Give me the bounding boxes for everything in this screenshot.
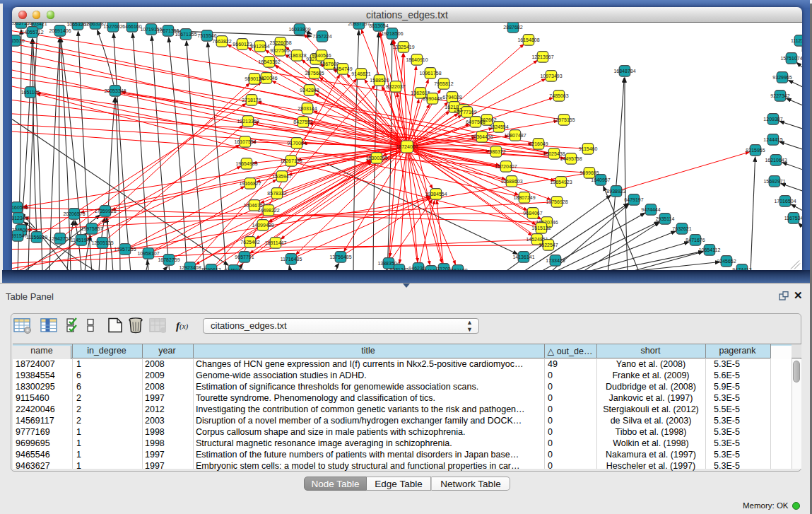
svg-text:6466160: 6466160 [122,23,141,28]
svg-text:19166827: 19166827 [239,180,261,185]
svg-text:10025438: 10025438 [543,151,565,156]
svg-text:19218506: 19218506 [381,30,403,35]
svg-text:16848784: 16848784 [613,68,635,73]
svg-text:10807487: 10807487 [504,132,526,137]
svg-text:10671355: 10671355 [175,31,196,36]
svg-text:7632621: 7632621 [672,226,691,230]
svg-text:10046758: 10046758 [243,202,265,207]
svg-text:9462188: 9462188 [448,267,467,270]
svg-text:9890124: 9890124 [245,76,264,81]
svg-text:1112345: 1112345 [791,37,802,42]
svg-text:20364436: 20364436 [471,134,493,139]
svg-text:14099488: 14099488 [252,222,273,227]
svg-text:8938923: 8938923 [606,188,625,193]
svg-text:12942757: 12942757 [49,235,71,240]
svg-text:11451944: 11451944 [71,237,93,242]
svg-text:7986372: 7986372 [486,148,505,153]
svg-text:19654985: 19654985 [235,160,257,165]
svg-text:9699695: 9699695 [579,170,599,175]
svg-text:19756928: 19756928 [546,199,567,204]
svg-text:7485063: 7485063 [549,93,568,98]
svg-text:23226058: 23226058 [269,40,291,45]
svg-text:1209387: 1209387 [763,116,782,121]
svg-text:6479197: 6479197 [624,197,643,201]
svg-text:8186328: 8186328 [287,52,306,57]
svg-text:7903421: 7903421 [28,23,47,26]
svg-text:8813054: 8813054 [369,23,388,28]
svg-text:8427552: 8427552 [293,119,312,124]
svg-text:14055712: 14055712 [21,29,43,34]
svg-text:7515546: 7515546 [197,33,216,37]
svg-text:9031245: 9031245 [389,267,408,270]
svg-text:9340546: 9340546 [312,52,331,57]
svg-text:19975857: 19975857 [81,226,102,230]
svg-text:2887682: 2887682 [503,24,522,29]
svg-text:10958107: 10958107 [137,250,159,255]
svg-text:1527602: 1527602 [103,23,122,28]
svg-text:10654112: 10654112 [699,247,721,252]
svg-text:19384554: 19384554 [425,191,447,196]
svg-text:8790612: 8790612 [201,267,220,270]
svg-text:20691406: 20691406 [49,28,71,33]
svg-text:10973493: 10973493 [540,73,562,78]
svg-text:16782759: 16782759 [158,257,180,262]
svg-text:1733426: 1733426 [546,257,565,262]
svg-text:20937197: 20937197 [348,23,370,26]
svg-text:15751074: 15751074 [780,55,802,60]
svg-text:2718176: 2718176 [242,97,261,102]
svg-text:12213967: 12213967 [531,54,553,59]
svg-text:9474444: 9474444 [641,206,660,211]
svg-text:14498222: 14498222 [257,207,279,212]
svg-text:1167534: 1167534 [784,215,802,220]
svg-text:8454749: 8454749 [333,66,352,71]
svg-text:20053346: 20053346 [104,88,126,93]
svg-text:13325419: 13325419 [392,44,414,49]
svg-text:9391547: 9391547 [12,233,28,238]
svg-text:12975155: 12975155 [553,117,575,122]
svg-text:9684067: 9684067 [523,210,542,215]
svg-text:8578332: 8578332 [267,190,286,195]
svg-text:8912954: 8912954 [250,43,269,48]
svg-text:16154808: 16154808 [517,37,539,42]
svg-text:2803144: 2803144 [298,105,317,110]
svg-text:14136141: 14136141 [512,254,534,259]
svg-text:3824554: 3824554 [489,124,508,129]
svg-text:8990448: 8990448 [423,95,442,100]
svg-text:9146821: 9146821 [351,71,370,76]
svg-text:8660123: 8660123 [233,41,252,46]
svg-text:7663822: 7663822 [212,38,231,43]
svg-text:8215955: 8215955 [746,147,765,152]
svg-text:17359928: 17359928 [94,208,116,213]
svg-text:1535947: 1535947 [272,173,291,178]
svg-text:1651105: 1651105 [21,89,40,94]
svg-text:18640910: 18640910 [406,57,428,62]
svg-text:6497568: 6497568 [466,119,485,124]
svg-text:1522547: 1522547 [539,242,558,247]
svg-text:11716485: 11716485 [281,256,302,261]
svg-text:7625402: 7625402 [240,239,259,244]
svg-text:1615132: 1615132 [531,225,551,230]
svg-text:2867608: 2867608 [319,61,339,66]
svg-text:19654923: 19654923 [550,179,572,184]
svg-text:6216049: 6216049 [529,141,548,146]
svg-text:9245652: 9245652 [717,258,736,263]
svg-text:15692971: 15692971 [763,178,785,183]
svg-text:16107554: 16107554 [234,139,256,144]
svg-text:16543362: 16543362 [258,59,280,64]
svg-text:9245013: 9245013 [224,267,243,270]
svg-text:1588520: 1588520 [370,77,389,82]
svg-text:16210643: 16210643 [765,157,787,162]
svg-text:13756485: 13756485 [329,254,351,259]
svg-text:17957255: 17957255 [114,246,136,251]
svg-text:18267130: 18267130 [280,158,302,163]
svg-text:10961758: 10961758 [419,70,441,75]
svg-text:18724007: 18724007 [396,144,418,148]
svg-text:12213369: 12213369 [237,118,259,123]
svg-text:9115460: 9115460 [579,146,598,151]
svg-text:6794028: 6794028 [442,94,461,99]
svg-text:9474412: 9474412 [732,267,751,270]
svg-text:(x): (x) [180,322,189,331]
svg-text:3875685: 3875685 [305,70,324,75]
svg-text:9242848: 9242848 [300,87,319,92]
svg-text:1244415: 1244415 [763,136,782,141]
